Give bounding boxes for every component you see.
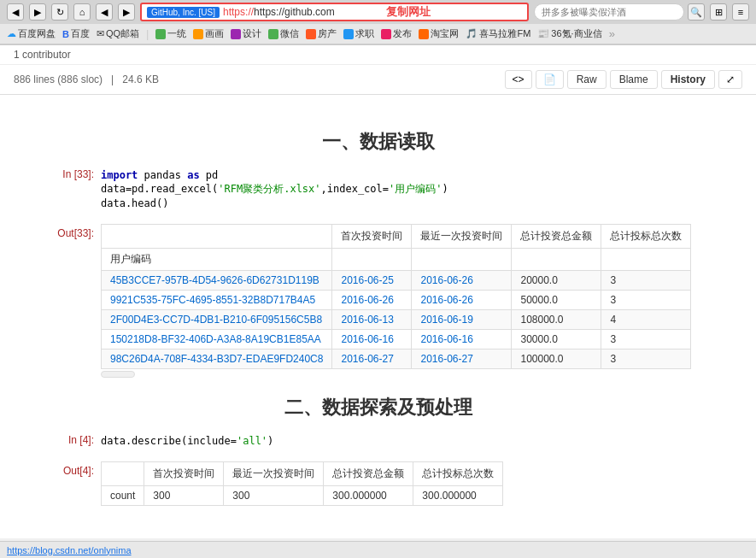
row2-col1: 2016-06-26: [332, 291, 412, 310]
draw-label: 画画: [205, 27, 224, 40]
file-icon-button[interactable]: 📄: [536, 70, 564, 89]
row1-id: 45B3CCE7-957B-4D54-9626-6D62731D119B: [102, 271, 332, 291]
menu-button[interactable]: ≡: [732, 3, 749, 21]
row3-col3: 108000.0: [512, 310, 601, 330]
table1: 首次投资时间 最近一次投资时间 总计投资总金额 总计投标总次数 用户编码: [101, 224, 691, 369]
refresh-button[interactable]: ↻: [51, 3, 68, 21]
cell1-out-label: Out[33]:: [34, 224, 94, 239]
history-button[interactable]: History: [661, 70, 715, 89]
row4-col4: 3: [601, 330, 691, 349]
back-button2[interactable]: ◀: [96, 3, 113, 21]
cell1-in-label: In [33]:: [34, 168, 94, 180]
bookmark-baidu-disk[interactable]: ☁ 百度网盘: [7, 27, 56, 40]
bookmark-wechat[interactable]: 微信: [268, 27, 299, 40]
table1-wrapper: 首次投资时间 最近一次投资时间 总计投资总金额 总计投标总次数 用户编码: [101, 224, 722, 378]
browser-titlebar: ◀ ▶ ↻ ⌂ ◀ ▶ GitHub, Inc. [US] https://ht…: [0, 0, 756, 24]
table2-header-0: [102, 462, 144, 486]
bookmark-qq-mail[interactable]: ✉ QQ邮箱: [97, 27, 139, 40]
row4-id: 150218D8-BF32-406D-A3A8-8A19CB1E85AA: [102, 330, 332, 349]
row1-col4: 3: [601, 271, 691, 291]
row2-id: 9921C535-75FC-4695-8551-32B8D717B4A5: [102, 291, 332, 310]
section2-heading: 二、数据探索及预处理: [34, 395, 722, 420]
output-cell-2: Out[4]: 首次投资时间 最近一次投资时间 总计投资总金额 总计投标总次数: [34, 461, 722, 506]
table1-header-3: 总计投资总金额: [512, 225, 601, 249]
output-cell-1: Out[33]: 首次投资时间 最近一次投资时间 总计投资总金额 总计投标总次数: [34, 224, 722, 378]
watermark: 复制网址: [386, 4, 431, 20]
horizontal-scrollbar[interactable]: [101, 371, 135, 378]
row2-col3: 50000.0: [512, 291, 601, 310]
status-bar-link[interactable]: https://blog.csdn.net/onlynima: [7, 545, 132, 555]
cell2-code-line-1: data.describe(include='all'): [101, 435, 722, 447]
file-size-separator: |: [105, 73, 119, 85]
search-input[interactable]: [534, 3, 684, 21]
cell2-code: data.describe(include='all'): [101, 434, 722, 448]
t2-row1-col3: 300.000000: [324, 486, 413, 506]
code-cell-1: In [33]: import pandas as pd data=pd.rea…: [34, 168, 722, 210]
blame-button[interactable]: Blame: [610, 70, 658, 89]
publish-icon: [381, 29, 391, 39]
section1-heading: 一、数据读取: [34, 129, 722, 155]
file-lines: 886 lines (886 sloc): [14, 73, 103, 85]
table1-header-2: 最近一次投资时间: [412, 225, 512, 249]
bookmark-design[interactable]: 设计: [231, 27, 261, 40]
bookmark-taobao[interactable]: 淘宝网: [419, 27, 459, 40]
t2-row1-id: count: [102, 486, 144, 506]
36kr-icon: 📰: [537, 28, 549, 39]
bookmark-ximalaya[interactable]: 🎵 喜马拉雅FM: [466, 27, 530, 40]
bookmark-realestate[interactable]: 房产: [306, 27, 337, 40]
back-button[interactable]: ◀: [7, 3, 24, 21]
row5-id: 98C26D4A-708F-4334-B3D7-EDAE9FD240C8: [102, 349, 332, 369]
table1-rowheader-c4: [601, 249, 691, 271]
table1-header-0: [102, 225, 332, 249]
bookmark-36kr[interactable]: 📰 36氪·商业信: [537, 27, 601, 40]
raw-button[interactable]: Raw: [567, 70, 607, 89]
table-row: count 300 300 300.000000 300.000000: [102, 486, 503, 506]
draw-icon: [193, 29, 203, 39]
cell1-input-row: In [33]: import pandas as pd data=pd.rea…: [34, 168, 722, 210]
t2-row1-col2: 300: [224, 486, 324, 506]
expand-button[interactable]: ⤢: [718, 70, 742, 89]
baidu-icon: B: [62, 29, 69, 39]
search-button[interactable]: 🔍: [688, 3, 705, 21]
bookmark-yitong[interactable]: 一统: [155, 27, 186, 40]
code-line-2: data=pd.read_excel('RFM聚类分析.xlsx',index_…: [101, 182, 722, 197]
row5-col3: 100000.0: [512, 349, 601, 369]
bookmark-draw[interactable]: 画画: [193, 27, 224, 40]
extension-button[interactable]: ⊞: [710, 3, 727, 21]
table1-rowheader-c2: [412, 249, 512, 271]
baidu-disk-label: 百度网盘: [18, 27, 56, 40]
code-icon-button[interactable]: <>: [505, 70, 532, 89]
realestate-icon: [306, 29, 316, 39]
yitong-label: 一统: [167, 27, 186, 40]
home-button[interactable]: ⌂: [73, 3, 91, 21]
publish-label: 发布: [393, 27, 412, 40]
site-badge: GitHub, Inc. [US]: [147, 7, 220, 18]
wechat-label: 微信: [280, 27, 299, 40]
table1-rowheader-c3: [512, 249, 601, 271]
divider1: |: [146, 27, 149, 40]
more-bookmarks: »: [609, 27, 615, 40]
table-row: 9921C535-75FC-4695-8551-32B8D717B4A5 201…: [102, 291, 691, 310]
table1-header-1: 首次投资时间: [332, 225, 412, 249]
status-link: https://blog.csdn.net/onlynima: [7, 545, 132, 555]
cell2-input-row: In [4]: data.describe(include='all'): [34, 434, 722, 448]
realestate-label: 房产: [318, 27, 337, 40]
address-box[interactable]: GitHub, Inc. [US] https://https://github…: [140, 3, 529, 21]
row3-col2: 2016-06-19: [412, 310, 512, 330]
row1-col3: 20000.0: [512, 271, 601, 291]
table2-header-2: 最近一次投资时间: [224, 462, 324, 486]
notebook-content: 一、数据读取 In [33]: import pandas as pd data…: [0, 95, 756, 538]
t2-row1-col1: 300: [144, 486, 224, 506]
t2-row1-col4: 300.000000: [413, 486, 503, 506]
row2-col2: 2016-06-26: [412, 291, 512, 310]
bookmark-jobs[interactable]: 求职: [343, 27, 374, 40]
cell2-in-label: In [4]:: [34, 434, 94, 446]
forward-button[interactable]: ▶: [29, 3, 46, 21]
bookmark-publish[interactable]: 发布: [381, 27, 412, 40]
table2-wrapper: 首次投资时间 最近一次投资时间 总计投资总金额 总计投标总次数 count 30…: [101, 461, 722, 506]
table1-rowheader: 用户编码: [102, 249, 332, 271]
kw-import: import: [101, 169, 138, 181]
forward-button2[interactable]: ▶: [118, 3, 135, 21]
url-display: https://https://github.com: [223, 6, 335, 18]
bookmark-baidu[interactable]: B 百度: [62, 27, 90, 40]
